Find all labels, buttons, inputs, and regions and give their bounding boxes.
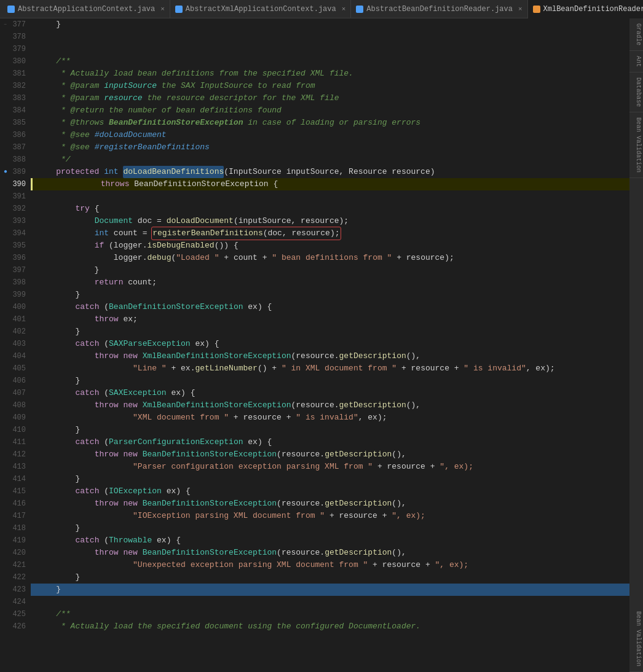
tab-icon-2 (175, 6, 183, 13)
linenum-407: 407 (12, 387, 26, 399)
linenum-423: 423 (12, 584, 26, 596)
gutter-387: 387 (0, 141, 31, 154)
linenum-384: 384 (12, 104, 26, 117)
gutter-395: 395 (0, 240, 31, 252)
code-line-398: return count; (31, 276, 632, 289)
linenum-408: 408 (12, 399, 26, 412)
code-line-377: } (31, 18, 632, 31)
code-line-404: throw new XmlBeanDefinitionStoreExceptio… (31, 350, 632, 362)
code-line-396: logger.debug("Loaded " + count + " bean … (31, 252, 632, 264)
linenum-417: 417 (12, 510, 26, 522)
sidebar-database[interactable]: Database (629, 72, 643, 112)
fold-marker-377[interactable]: − (1, 20, 10, 29)
gutter-402: 402 (0, 326, 31, 338)
code-line-424 (31, 596, 632, 608)
linenum-406: 406 (12, 375, 26, 387)
linenum-421: 421 (12, 559, 26, 571)
gutter-396: 396 (0, 252, 31, 264)
gutter-403: 403 (0, 338, 31, 350)
gutter-412: 412 (0, 448, 31, 461)
sidebar-bean-validation-bottom[interactable]: Bean Validation (629, 606, 643, 672)
linenum-414: 414 (12, 473, 26, 485)
gutter-382: 382 (0, 80, 31, 92)
code-line-395: if (logger.isDebugEnabled()) { (31, 240, 632, 252)
code-line-412: throw new BeanDefinitionStoreException(r… (31, 448, 632, 461)
linenum-424: 424 (12, 596, 26, 608)
gutter-423: 423 (0, 584, 31, 596)
gutter-416: 416 (0, 498, 31, 510)
gutter-425: 425 (0, 608, 31, 620)
linenum-380: 380 (12, 55, 26, 68)
tab-icon-3 (356, 6, 363, 13)
linenum-385: 385 (12, 117, 26, 129)
code-content[interactable]: } /** * Actually load bean definitions f… (31, 18, 632, 672)
linenum-420: 420 (12, 547, 26, 559)
gutter-377: − 377 (0, 18, 31, 31)
gutter-406: 406 (0, 375, 31, 387)
linenum-379: 379 (12, 43, 26, 55)
code-line-394: int count = registerBeanDefinitions(doc,… (31, 227, 632, 240)
gutter-408: 408 (0, 399, 31, 412)
linenum-404: 404 (12, 350, 26, 362)
gutter-424: 424 (0, 596, 31, 608)
linenum-393: 393 (12, 215, 26, 227)
linenum-419: 419 (12, 534, 26, 547)
code-line-403: catch (SAXParseException ex) { (31, 338, 632, 350)
code-line-423: } (31, 584, 632, 596)
code-line-408: throw new XmlBeanDefinitionStoreExceptio… (31, 399, 632, 412)
linenum-422: 422 (12, 571, 26, 584)
gutter-407: 407 (0, 387, 31, 399)
code-line-415: catch (IOException ex) { (31, 485, 632, 498)
sidebar-ant[interactable]: Ant (629, 51, 643, 72)
tab-bar: AbstractApplicationContext.java × Abstra… (0, 0, 643, 18)
gutter-380: 380 (0, 55, 31, 68)
tab-close-2[interactable]: × (342, 6, 346, 13)
code-line-402: } (31, 326, 632, 338)
code-line-386: * @see #doLoadDocument (31, 129, 632, 141)
code-line-411: catch (ParserConfigurationException ex) … (31, 436, 632, 448)
tab-close-3[interactable]: × (518, 6, 523, 13)
linenum-386: 386 (12, 129, 26, 141)
code-line-414: } (31, 473, 632, 485)
linenum-402: 402 (12, 326, 26, 338)
gutter-414: 414 (0, 473, 31, 485)
code-line-418: } (31, 522, 632, 534)
code-line-379 (31, 43, 632, 55)
gutter-400: 400 (0, 301, 31, 313)
tab-label-4: XmlBeanDefinitionReader.java (543, 5, 643, 14)
linenum-387: 387 (12, 141, 26, 154)
gutter-417: 417 (0, 510, 31, 522)
gutter-410: 410 (0, 424, 31, 436)
gutter-419: 419 (0, 534, 31, 547)
tab-xml-bean[interactable]: XmlBeanDefinitionReader.java × (528, 0, 643, 18)
code-line-393: Document doc = doLoadDocument(inputSourc… (31, 215, 632, 227)
code-line-409: "XML document from " + resource + " is i… (31, 412, 632, 424)
code-line-385: * @throws BeanDefinitionStoreException i… (31, 117, 632, 129)
gutter-392: 392 (0, 203, 31, 215)
tab-abstract-xml[interactable]: AbstractXmlApplicationContext.java × (170, 0, 351, 18)
tab-close-1[interactable]: × (160, 6, 165, 13)
tab-label-2: AbstractXmlApplicationContext.java (186, 5, 336, 14)
gutter-411: 411 (0, 436, 31, 448)
code-line-388: */ (31, 154, 632, 166)
linenum-383: 383 (12, 92, 26, 104)
linenum-412: 412 (12, 448, 26, 461)
code-line-383: * @param resource the resource descripto… (31, 92, 632, 104)
code-line-417: "IOException parsing XML document from "… (31, 510, 632, 522)
tab-abstract-bean[interactable]: AbstractBeanDefinitionReader.java × (351, 0, 527, 18)
gutter-405: 405 (0, 362, 31, 375)
code-area: − 377 378 379 380 381 382 383 384 (0, 18, 643, 672)
sidebar-gradle[interactable]: Gradle (629, 18, 643, 51)
linenum-426: 426 (12, 620, 26, 633)
gutter-401: 401 (0, 313, 31, 326)
linenum-389: 389 (12, 166, 26, 178)
linenum-405: 405 (12, 362, 26, 375)
linenum-401: 401 (12, 313, 26, 326)
linenum-395: 395 (12, 240, 26, 252)
linenum-377: 377 (12, 18, 26, 31)
linenum-411: 411 (12, 436, 26, 448)
linenum-410: 410 (12, 424, 26, 436)
sidebar-bean-validation-top[interactable]: Bean Validation (629, 112, 643, 178)
gutter-420: 420 (0, 547, 31, 559)
tab-abstract-app[interactable]: AbstractApplicationContext.java × (2, 0, 170, 18)
